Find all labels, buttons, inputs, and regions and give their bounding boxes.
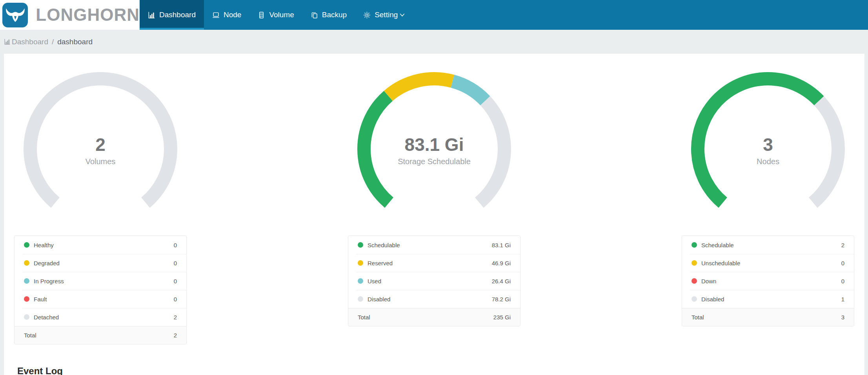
- legend-value: 0: [841, 278, 844, 284]
- total-value: 235 Gi: [493, 314, 511, 321]
- legend-row-down: Down0: [682, 272, 854, 290]
- legend-dot-reserved: [358, 260, 363, 266]
- legend-dot-disabled: [691, 296, 697, 302]
- legend-label: Unschedulable: [701, 260, 740, 266]
- legend-label: Degraded: [34, 260, 60, 266]
- legend-value: 2: [841, 242, 844, 248]
- legend-total-row: Total3: [682, 308, 854, 326]
- legend-row-schedulable: Schedulable83.1 Gi: [348, 236, 520, 254]
- legend-dot-degraded: [24, 260, 29, 266]
- legend-dot-in-progress: [24, 278, 29, 284]
- legend-dot-used: [358, 278, 363, 284]
- breadcrumb-current-page: dashboard: [57, 38, 93, 46]
- gauge-segment-schedulable: [698, 79, 819, 203]
- gauge-center-label: Volumes: [86, 157, 116, 166]
- bar-chart-icon: [148, 11, 155, 19]
- legend-value: 0: [174, 242, 177, 248]
- gauge-center-label: Nodes: [757, 157, 779, 166]
- gauge-center-label: Storage Schedulable: [398, 157, 471, 166]
- dashboard-content-card: 2 Volumes Healthy0Degraded0In Progress0F…: [4, 54, 864, 375]
- gauge-segment-disabled: [479, 101, 504, 203]
- legend-dot-schedulable: [358, 242, 363, 248]
- legend-value: 0: [174, 278, 177, 284]
- legend-table: Schedulable2Unschedulable0Down0Disabled1…: [682, 236, 854, 326]
- event-log-title: Event Log: [17, 366, 854, 375]
- gear-icon: [363, 11, 371, 19]
- chevron-down-icon: [400, 13, 405, 17]
- legend-value: 78.2 Gi: [492, 296, 511, 303]
- nav-item-label: Volume: [269, 11, 294, 19]
- nav-item-dashboard[interactable]: Dashboard: [140, 0, 204, 30]
- bull-head-icon: [4, 6, 26, 24]
- breadcrumb-link-dashboard[interactable]: Dashboard: [12, 38, 48, 46]
- legend-row-degraded: Degraded0: [15, 254, 186, 272]
- gauge-segment-disabled: [813, 101, 838, 203]
- gauge-segment-used: [453, 81, 485, 101]
- legend-table: Schedulable83.1 GiReserved46.9 GiUsed26.…: [348, 236, 520, 326]
- nav-item-label: Backup: [322, 11, 347, 19]
- brand-name: LONGHORN: [36, 5, 140, 25]
- total-label: Total: [358, 314, 370, 321]
- legend-label: Used: [368, 278, 381, 284]
- legend-total-row: Total2: [15, 326, 186, 344]
- gauge-center-value: 3: [763, 134, 773, 155]
- legend-value: 0: [174, 260, 177, 266]
- donut-gauge: 2 Volumes: [18, 71, 183, 210]
- legend-label: Disabled: [701, 296, 724, 303]
- total-value: 2: [174, 332, 177, 339]
- gauge-charts-row: 2 Volumes Healthy0Degraded0In Progress0F…: [14, 71, 854, 344]
- legend-label: Down: [701, 278, 716, 284]
- chart-unit: 3 Nodes Schedulable2Unschedulable0Down0D…: [682, 71, 854, 344]
- gauge-segment-reserved: [388, 79, 453, 96]
- legend-label: Fault: [34, 296, 47, 303]
- legend-dot-unschedulable: [691, 260, 697, 266]
- chart-unit: 2 Volumes Healthy0Degraded0In Progress0F…: [14, 71, 187, 344]
- legend-row-unschedulable: Unschedulable0: [682, 254, 854, 272]
- chart-unit: 83.1 Gi Storage Schedulable Schedulable8…: [348, 71, 520, 344]
- legend-label: In Progress: [34, 278, 64, 284]
- laptop-icon: [212, 11, 220, 19]
- donut-gauge: 83.1 Gi Storage Schedulable: [352, 71, 517, 210]
- legend-dot-healthy: [24, 242, 29, 248]
- legend-value: 0: [174, 296, 177, 303]
- legend-label: Schedulable: [701, 242, 734, 248]
- nav-item-backup[interactable]: Backup: [302, 0, 355, 30]
- legend-value: 0: [841, 260, 844, 266]
- total-label: Total: [24, 332, 36, 339]
- legend-row-used: Used26.4 Gi: [348, 272, 520, 290]
- legend-row-in-progress: In Progress0: [15, 272, 186, 290]
- nav-item-node[interactable]: Node: [204, 0, 249, 30]
- nav-item-setting[interactable]: Setting: [355, 0, 413, 30]
- legend-value: 26.4 Gi: [492, 278, 511, 284]
- legend-row-fault: Fault0: [15, 290, 186, 308]
- legend-row-detached: Detached2: [15, 308, 186, 326]
- total-label: Total: [691, 314, 704, 321]
- legend-label: Schedulable: [368, 242, 400, 248]
- gauge-center-value: 2: [95, 134, 106, 155]
- breadcrumb-separator: /: [52, 38, 54, 46]
- copy-icon: [311, 11, 318, 19]
- nav-item-volume[interactable]: Volume: [249, 0, 302, 30]
- legend-dot-down: [691, 278, 697, 284]
- legend-row-disabled: Disabled78.2 Gi: [348, 290, 520, 308]
- legend-dot-detached: [24, 314, 29, 320]
- nav-item-label: Setting: [375, 11, 398, 19]
- nav-item-label: Node: [224, 11, 241, 19]
- legend-label: Healthy: [34, 242, 54, 248]
- breadcrumb: Dashboard / dashboard: [0, 30, 868, 54]
- legend-row-disabled: Disabled1: [682, 290, 854, 308]
- legend-row-schedulable: Schedulable2: [682, 236, 854, 254]
- main-nav: Dashboard Node Volume: [140, 0, 413, 30]
- gauge-center-value: 83.1 Gi: [405, 134, 464, 155]
- legend-value: 1: [841, 296, 844, 303]
- legend-value: 46.9 Gi: [492, 260, 511, 266]
- legend-total-row: Total235 Gi: [348, 308, 520, 326]
- legend-value: 2: [174, 314, 177, 321]
- database-icon: [258, 11, 265, 19]
- gauge-segment-schedulable: [364, 96, 389, 203]
- top-navigation-bar: LONGHORN Dashboard Node: [0, 0, 868, 30]
- donut-gauge: 3 Nodes: [686, 71, 850, 210]
- legend-dot-fault: [24, 296, 29, 302]
- legend-dot-disabled: [358, 296, 363, 302]
- longhorn-logo[interactable]: [2, 3, 28, 27]
